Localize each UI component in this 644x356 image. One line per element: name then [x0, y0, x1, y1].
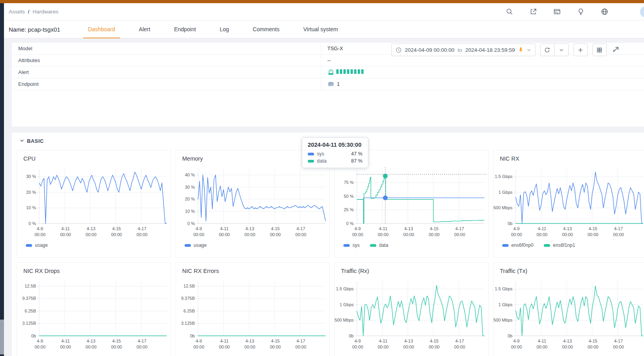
alert-bar	[358, 69, 360, 74]
svg-text:10 %: 10 %	[185, 209, 195, 214]
breadcrumb-assets[interactable]: Assets	[9, 9, 25, 15]
cpu-title: CPU	[17, 150, 171, 162]
svg-text:0b: 0b	[508, 221, 513, 226]
breadcrumb-separator: /	[28, 9, 30, 15]
svg-text:4-13: 4-13	[246, 339, 254, 343]
legend-item-ens6f0np0[interactable]: ens6f0np0	[502, 242, 533, 248]
svg-text:4-9: 4-9	[37, 339, 43, 343]
date-start: 2024-04-09 00:00:00	[405, 47, 454, 53]
svg-text:4-17: 4-17	[614, 226, 623, 231]
svg-text:00:00: 00:00	[137, 345, 148, 349]
svg-text:12.5B: 12.5B	[183, 284, 195, 288]
endpoint-indicator[interactable]: 1	[328, 81, 644, 87]
refresh-interval-dropdown[interactable]	[554, 44, 569, 56]
svg-text:50 %: 50 %	[344, 194, 354, 199]
legend-pill	[185, 244, 191, 247]
svg-text:0 %: 0 %	[29, 221, 36, 226]
chevron-down-icon[interactable]	[527, 48, 531, 52]
memory-chart[interactable]: 4-900:004-1100:004-1300:004-1500:004-170…	[176, 163, 329, 242]
svg-text:00:00: 00:00	[86, 345, 97, 349]
traffic-rx-series-line	[357, 285, 484, 336]
search-icon[interactable]	[505, 8, 513, 16]
terminal-icon[interactable]	[553, 8, 561, 16]
external-link-icon[interactable]	[529, 8, 537, 16]
svg-text:4-17: 4-17	[138, 226, 147, 231]
nic-rx-errors-title: NIC RX Errors	[176, 263, 330, 274]
alarm-icon	[328, 69, 334, 76]
nic-rx-errors-chart[interactable]: 4-900:004-1100:004-1300:004-1500:004-170…	[176, 276, 329, 355]
svg-text:00:00: 00:00	[537, 345, 548, 349]
sidebar-scroll-thumb[interactable]	[0, 320, 4, 354]
svg-text:1.5 Gbps: 1.5 Gbps	[336, 286, 354, 291]
pin-icon[interactable]	[518, 47, 524, 53]
nic-rx-chart[interactable]: 4-900:004-1100:004-1300:004-1500:004-170…	[493, 163, 644, 242]
traffic-rx-chart[interactable]: 4-900:004-1100:004-1300:004-1500:004-170…	[335, 276, 488, 355]
svg-text:4-11: 4-11	[61, 339, 70, 343]
tabs: DashboardAlertEndpointLogCommentsVirtual…	[76, 21, 350, 38]
svg-text:00:00: 00:00	[352, 232, 363, 237]
traffic-tx-chart[interactable]: 4-900:004-1100:004-1300:004-1500:004-170…	[493, 276, 644, 355]
title-tab-bar: Name: pcap-tsgx01 DashboardAlertEndpoint…	[4, 21, 644, 38]
svg-text:0b: 0b	[31, 333, 36, 338]
disk-chart[interactable]: 4-900:004-1100:004-1300:004-1500:004-170…	[335, 163, 488, 242]
svg-text:9.375B: 9.375B	[181, 296, 195, 301]
legend-item-usage[interactable]: usage	[26, 242, 48, 248]
dashboard-grid-button[interactable]	[593, 44, 607, 56]
tab-alert[interactable]: Alert	[127, 21, 162, 38]
svg-text:4-13: 4-13	[404, 339, 413, 343]
nic-rx-drops-title: NIC RX Drops	[17, 263, 171, 274]
svg-text:4-15: 4-15	[271, 339, 280, 343]
globe-icon[interactable]	[600, 8, 608, 16]
tab-virtual-system[interactable]: Virtual system	[292, 21, 350, 38]
svg-text:500 Mbps: 500 Mbps	[335, 318, 354, 322]
attributes-value: --	[321, 55, 644, 66]
svg-text:25 %: 25 %	[344, 207, 354, 212]
date-range-picker[interactable]: 2024-04-09 00:00:00 to 2024-04-18 23:59:…	[391, 44, 535, 56]
legend-label: data	[379, 242, 388, 248]
legend-item-ens6f1np1[interactable]: ens6f1np1	[544, 242, 575, 248]
cpu-panel: CPU4-900:004-1100:004-1300:004-1500:004-…	[17, 150, 171, 258]
cpu-chart[interactable]: 4-900:004-1100:004-1300:004-1500:004-170…	[17, 163, 170, 242]
svg-text:4-11: 4-11	[538, 339, 546, 343]
svg-text:00:00: 00:00	[429, 345, 440, 349]
legend-pill	[343, 244, 350, 247]
legend-item-sys[interactable]: sys	[343, 242, 360, 248]
refresh-button[interactable]	[540, 44, 554, 56]
svg-text:0b: 0b	[508, 333, 513, 338]
svg-text:00:00: 00:00	[244, 232, 255, 237]
legend-label: usage	[194, 242, 207, 248]
collapsed-sidebar[interactable]	[0, 3, 4, 356]
nic-rx-drops-chart[interactable]: 4-900:004-1100:004-1300:004-1500:004-170…	[17, 276, 170, 355]
legend-item-data[interactable]: data	[370, 242, 388, 248]
svg-text:4-17: 4-17	[614, 339, 623, 343]
series-value: 87 %	[351, 158, 363, 164]
svg-text:500 Mbps: 500 Mbps	[493, 205, 513, 210]
svg-text:00:00: 00:00	[562, 232, 573, 237]
add-button[interactable]	[574, 44, 588, 56]
tab-log[interactable]: Log	[208, 21, 241, 38]
legend-item-usage[interactable]: usage	[185, 242, 207, 248]
tab-comments[interactable]: Comments	[241, 21, 292, 38]
tab-dashboard[interactable]: Dashboard	[76, 21, 127, 38]
disk-series-data	[357, 176, 484, 223]
alert-bar	[343, 69, 346, 74]
svg-text:00:00: 00:00	[454, 232, 465, 237]
attributes-label: Attributes	[12, 55, 321, 66]
svg-text:500 Mbps: 500 Mbps	[493, 318, 513, 322]
svg-text:40 %: 40 %	[185, 172, 195, 177]
date-end: 2024-04-18 23:59:59	[465, 47, 515, 53]
lightbulb-icon[interactable]	[577, 8, 585, 16]
table-row-endpoint: Endpoint 1	[12, 78, 644, 90]
series-name: sys	[317, 151, 324, 157]
svg-text:0b: 0b	[349, 333, 354, 338]
avatar[interactable]	[640, 6, 644, 17]
svg-text:4-9: 4-9	[354, 226, 361, 231]
chart-grid: CPU4-900:004-1100:004-1300:004-1500:004-…	[17, 150, 644, 356]
svg-text:4-13: 4-13	[246, 226, 254, 231]
svg-text:00:00: 00:00	[295, 232, 307, 237]
chevron-down-icon	[20, 137, 24, 144]
svg-text:4-15: 4-15	[589, 339, 597, 343]
alert-indicator[interactable]	[328, 69, 644, 76]
expand-icon[interactable]	[612, 45, 621, 55]
tab-endpoint[interactable]: Endpoint	[162, 21, 208, 38]
